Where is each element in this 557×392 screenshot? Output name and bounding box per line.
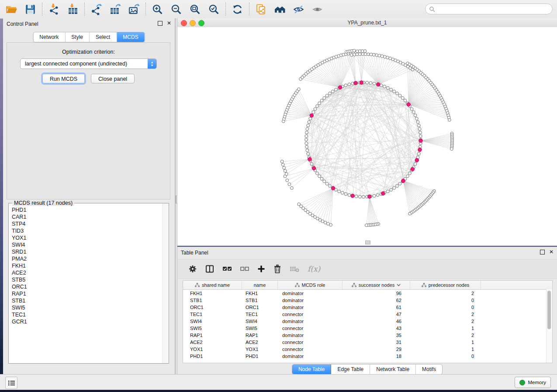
column-header-predecessor-nodes[interactable]: predecessor nodes bbox=[410, 281, 481, 289]
export-table-icon[interactable] bbox=[109, 3, 121, 15]
add-column-icon[interactable] bbox=[257, 264, 265, 274]
table-cell: 2 bbox=[410, 311, 481, 318]
mcds-result-item[interactable]: SWI4 bbox=[12, 241, 163, 248]
column-header-filler bbox=[481, 281, 552, 289]
table-row[interactable]: RAP1RAP1dominator352 bbox=[183, 332, 552, 339]
open-session-icon[interactable] bbox=[6, 3, 17, 15]
table-scrollbar[interactable] bbox=[546, 289, 552, 363]
table-cell: dominator bbox=[278, 332, 343, 339]
column-header-successor-nodes[interactable]: successor nodes bbox=[343, 281, 410, 289]
network-canvas[interactable] bbox=[177, 27, 557, 246]
list-icon bbox=[8, 380, 15, 386]
show-all-houses-icon[interactable] bbox=[274, 3, 286, 15]
float-panel-icon[interactable] bbox=[540, 250, 545, 254]
mcds-result-item[interactable]: TEC1 bbox=[12, 311, 163, 318]
canvas-resize-handle[interactable] bbox=[365, 241, 370, 244]
optimization-criterion-select[interactable]: largest connected component (undirected)… bbox=[20, 58, 157, 69]
memory-label: Memory bbox=[528, 380, 546, 385]
mcds-result-item[interactable]: STB1 bbox=[12, 297, 163, 304]
column-header-shared-name[interactable]: shared name bbox=[183, 281, 242, 289]
mcds-result-item[interactable]: STB5 bbox=[12, 276, 163, 283]
zoom-selected-icon[interactable] bbox=[208, 3, 220, 15]
control-tab-style[interactable]: Style bbox=[65, 32, 90, 42]
export-network-icon[interactable] bbox=[90, 3, 102, 15]
save-session-icon[interactable] bbox=[24, 3, 36, 15]
table-cell: 96 bbox=[343, 290, 410, 297]
table-cell: 46 bbox=[343, 318, 410, 325]
network-graph[interactable] bbox=[177, 27, 557, 246]
zoom-fit-icon[interactable] bbox=[189, 3, 201, 15]
panel-list-button[interactable] bbox=[5, 377, 17, 389]
table-cell: PHD1 bbox=[242, 353, 278, 360]
refresh-view-icon[interactable] bbox=[232, 3, 243, 15]
mcds-result-item[interactable]: STP4 bbox=[12, 220, 163, 227]
function-builder-icon: f(x) bbox=[308, 264, 320, 274]
table-options-gear-icon[interactable] bbox=[188, 264, 197, 274]
mcds-result-item[interactable]: ORC1 bbox=[12, 283, 163, 290]
table-row[interactable]: STB1STB1dominator620 bbox=[183, 297, 552, 304]
deselect-all-rows-icon[interactable] bbox=[240, 264, 249, 274]
run-mcds-button[interactable]: Run MCDS bbox=[42, 74, 85, 83]
hide-selected-eye-slash-icon[interactable] bbox=[293, 3, 304, 15]
table-cell: PHD1 bbox=[183, 353, 242, 360]
table-cell: ORC1 bbox=[242, 304, 278, 311]
show-hidden-eye-icon[interactable] bbox=[311, 3, 323, 15]
column-visibility-icon[interactable] bbox=[205, 264, 214, 274]
table-cell: STB1 bbox=[242, 297, 278, 304]
close-panel-button[interactable]: Close panel bbox=[91, 74, 135, 83]
mcds-result-scrollbar[interactable] bbox=[163, 203, 169, 363]
mcds-result-item[interactable]: YOX1 bbox=[12, 234, 163, 241]
table-tab-node-table[interactable]: Node Table bbox=[292, 364, 332, 374]
table-scrollbar-thumb[interactable] bbox=[547, 291, 551, 329]
import-table-icon[interactable] bbox=[67, 3, 79, 15]
mcds-result-list[interactable]: PHD1CAR1STP4TID3YOX1SWI4SRD1PMA2FKH1ACE2… bbox=[9, 205, 163, 363]
table-row[interactable]: TEC1TEC1connector472 bbox=[183, 311, 552, 318]
mcds-tab-content: Optimization criterion: largest connecte… bbox=[7, 42, 170, 199]
table-tab-network-table[interactable]: Network Table bbox=[370, 364, 416, 374]
table-tab-motifs[interactable]: Motifs bbox=[416, 364, 442, 374]
table-cell: FKH1 bbox=[183, 290, 242, 297]
mcds-result-item[interactable]: GCR1 bbox=[12, 318, 163, 325]
control-tab-mcds[interactable]: MCDS bbox=[117, 32, 144, 42]
mcds-result-item[interactable]: ACE2 bbox=[12, 269, 163, 276]
close-panel-icon[interactable]: ✕ bbox=[549, 249, 554, 254]
table-row[interactable]: SWI4SWI4dominator462 bbox=[183, 318, 552, 325]
sitemap-icon bbox=[422, 283, 426, 287]
mcds-result-item[interactable]: SRD1 bbox=[12, 248, 163, 255]
mcds-result-item[interactable]: CAR1 bbox=[12, 213, 163, 220]
float-panel-icon[interactable] bbox=[158, 21, 163, 26]
column-header-MCDS-role[interactable]: MCDS role bbox=[278, 281, 343, 289]
zoom-in-icon[interactable] bbox=[152, 3, 163, 15]
memory-button[interactable]: Memory bbox=[515, 377, 551, 388]
table-row[interactable]: FKH1FKH1dominator962 bbox=[183, 290, 552, 297]
zoom-out-icon[interactable] bbox=[170, 3, 182, 15]
close-panel-icon[interactable]: ✕ bbox=[167, 21, 171, 26]
column-header-name[interactable]: name bbox=[242, 281, 278, 289]
table-row[interactable]: SWI5SWI5connector431 bbox=[183, 325, 552, 332]
table-row[interactable]: ACE2ACE2connector311 bbox=[183, 339, 552, 346]
select-all-rows-icon[interactable] bbox=[222, 264, 232, 274]
mcds-result-item[interactable]: TID3 bbox=[12, 227, 163, 234]
table-row[interactable]: YOX1YOX1connector291 bbox=[183, 346, 552, 353]
mcds-result-item[interactable]: PHD1 bbox=[12, 206, 163, 213]
table-row[interactable]: ORC1ORC1dominator610 bbox=[183, 304, 552, 311]
table-cell: 43 bbox=[343, 325, 410, 332]
delete-column-icon[interactable] bbox=[273, 264, 281, 274]
table-tabs: Node TableEdge TableNetwork TableMotifs bbox=[292, 364, 443, 375]
mcds-result-item[interactable]: FKH1 bbox=[12, 262, 163, 269]
export-image-icon[interactable] bbox=[128, 3, 140, 15]
mcds-result-item[interactable]: PMA2 bbox=[12, 255, 163, 262]
mcds-result-item[interactable]: RAP1 bbox=[12, 290, 163, 297]
import-network-icon[interactable] bbox=[48, 3, 60, 15]
control-tab-network[interactable]: Network bbox=[33, 32, 65, 42]
table-cell: TEC1 bbox=[242, 311, 278, 318]
table-cell: RAP1 bbox=[183, 332, 242, 339]
control-tab-select[interactable]: Select bbox=[90, 32, 117, 42]
mcds-result-item[interactable]: SWI5 bbox=[12, 304, 163, 311]
table-row[interactable]: PHD1PHD1dominator180 bbox=[183, 353, 552, 360]
clone-network-icon[interactable] bbox=[255, 3, 267, 15]
table-tab-edge-table[interactable]: Edge Table bbox=[331, 364, 370, 374]
table-header-row: shared namenameMCDS rolesuccessor nodesp… bbox=[183, 281, 552, 290]
search-input[interactable] bbox=[425, 3, 553, 14]
table-cell: TEC1 bbox=[183, 311, 242, 318]
